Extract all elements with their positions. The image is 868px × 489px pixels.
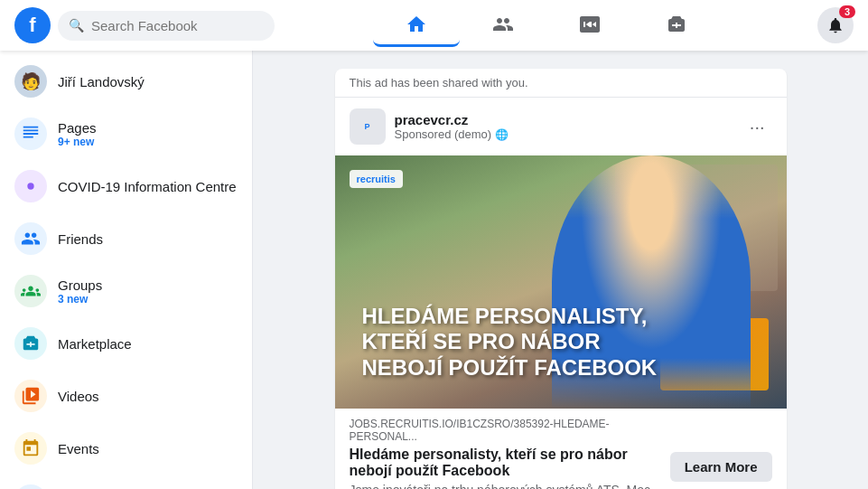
logo-letter: f (29, 15, 35, 35)
ad-card: This ad has been shared with you. P prac… (335, 69, 787, 489)
user-avatar: 🧑 (14, 65, 47, 98)
sidebar-item-events[interactable]: Events (7, 423, 245, 474)
ad-text-line3: NEBOJÍ POUŽÍT FACEBOOK (362, 355, 658, 381)
friends-sidebar-icon (21, 229, 41, 249)
memories-icon-container (14, 484, 47, 489)
ad-image[interactable]: recruitis HLEDÁME PERSONALISTY, KTEŘÍ SE… (335, 155, 787, 409)
pages-icon-container (14, 118, 47, 150)
ad-image-text: HLEDÁME PERSONALISTY, KTEŘÍ SE PRO NÁBOR… (362, 304, 658, 381)
globe-icon: 🌐 (495, 128, 509, 141)
marketplace-icon (666, 14, 687, 35)
covid-icon (21, 176, 41, 196)
nav-marketplace-button[interactable] (633, 4, 720, 47)
nav-center (373, 4, 720, 47)
covid-icon-container (14, 170, 47, 202)
events-icon (21, 438, 41, 458)
sidebar-item-groups[interactable]: Groups 3 new (7, 266, 245, 316)
top-navigation: f 🔍 3 (0, 0, 868, 51)
recruitis-logo: recruitis (350, 170, 403, 188)
svg-point-0 (27, 183, 33, 189)
page-body: 🧑 Jiří Landovský Pages 9+ new COVID-19 I… (0, 0, 868, 489)
sidebar-item-covid[interactable]: COVID-19 Information Centre (7, 161, 245, 212)
notifications-button[interactable]: 3 (817, 7, 854, 43)
nav-left: f 🔍 (14, 7, 275, 43)
advertiser-logo: P (350, 108, 386, 145)
ad-text-line1: HLEDÁME PERSONALISTY, (362, 304, 658, 330)
search-bar[interactable]: 🔍 (58, 11, 275, 41)
nav-right: 3 (817, 7, 854, 43)
notification-badge: 3 (839, 5, 855, 18)
sponsored-label: Sponsored (demo) 🌐 (395, 127, 733, 141)
pages-label: Pages (58, 120, 238, 136)
sidebar-item-friends[interactable]: Friends (7, 213, 245, 264)
pages-icon (21, 124, 41, 144)
videos-icon-container (14, 380, 47, 412)
ad-cta-area: JOBS.RECRUITIS.IO/IB1CZSRO/385392-HLEDAM… (335, 409, 787, 489)
ad-description: Jsme inovátoři na trhu náborových systém… (350, 483, 670, 489)
videos-sidebar-label: Videos (58, 389, 238, 404)
friends-sidebar-icon-container (14, 222, 47, 255)
groups-label: Groups (58, 277, 238, 293)
ad-info: pracevcr.cz Sponsored (demo) 🌐 (395, 112, 733, 141)
ad-title[interactable]: Hledáme personalisty, kteří se pro nábor… (350, 447, 670, 483)
ad-notification: This ad has been shared with you. (335, 69, 787, 98)
nav-friends-button[interactable] (460, 4, 546, 47)
ad-header: P pracevcr.cz Sponsored (demo) 🌐 ··· (335, 98, 787, 155)
sidebar-item-pages[interactable]: Pages 9+ new (7, 108, 245, 159)
pages-badge: 9+ new (58, 136, 238, 148)
friends-icon (492, 14, 514, 35)
search-input[interactable] (91, 18, 264, 33)
feed-content: This ad has been shared with you. P prac… (335, 69, 787, 489)
bell-icon (826, 16, 845, 34)
ad-url: JOBS.RECRUITIS.IO/IB1CZSRO/385392-HLEDAM… (350, 418, 670, 447)
facebook-logo[interactable]: f (14, 7, 51, 43)
pages-label-group: Pages 9+ new (58, 120, 238, 148)
sidebar: 🧑 Jiří Landovský Pages 9+ new COVID-19 I… (0, 51, 253, 489)
marketplace-sidebar-icon-container (14, 327, 47, 360)
search-icon: 🔍 (69, 18, 84, 33)
main-feed: This ad has been shared with you. P prac… (253, 51, 868, 489)
sidebar-item-videos[interactable]: Videos (7, 371, 245, 421)
groups-badge: 3 new (58, 293, 238, 306)
advertiser-name[interactable]: pracevcr.cz (395, 112, 733, 127)
events-sidebar-label: Events (58, 441, 238, 456)
groups-icon-container (14, 275, 47, 307)
marketplace-sidebar-icon (21, 334, 41, 353)
nav-home-button[interactable] (373, 4, 460, 47)
sidebar-user[interactable]: 🧑 Jiří Landovský (7, 58, 245, 105)
covid-label: COVID-19 Information Centre (58, 179, 238, 194)
user-name: Jiří Landovský (58, 74, 238, 89)
ad-text-line2: KTEŘÍ SE PRO NÁBOR (362, 329, 658, 355)
groups-label-group: Groups 3 new (58, 277, 238, 306)
marketplace-sidebar-label: Marketplace (58, 336, 238, 352)
friends-sidebar-label: Friends (58, 231, 238, 247)
home-icon (406, 14, 427, 35)
sidebar-item-memories[interactable]: Memories (7, 475, 245, 489)
videos-icon (21, 386, 41, 406)
learn-more-button[interactable]: Learn More (670, 452, 772, 482)
sidebar-item-marketplace[interactable]: Marketplace (7, 318, 245, 369)
video-icon (579, 14, 601, 35)
more-options-button[interactable]: ··· (742, 113, 772, 141)
ad-url-title-group: JOBS.RECRUITIS.IO/IB1CZSRO/385392-HLEDAM… (350, 418, 670, 489)
events-icon-container (14, 432, 47, 465)
groups-icon (21, 281, 41, 301)
nav-video-button[interactable] (546, 4, 633, 47)
